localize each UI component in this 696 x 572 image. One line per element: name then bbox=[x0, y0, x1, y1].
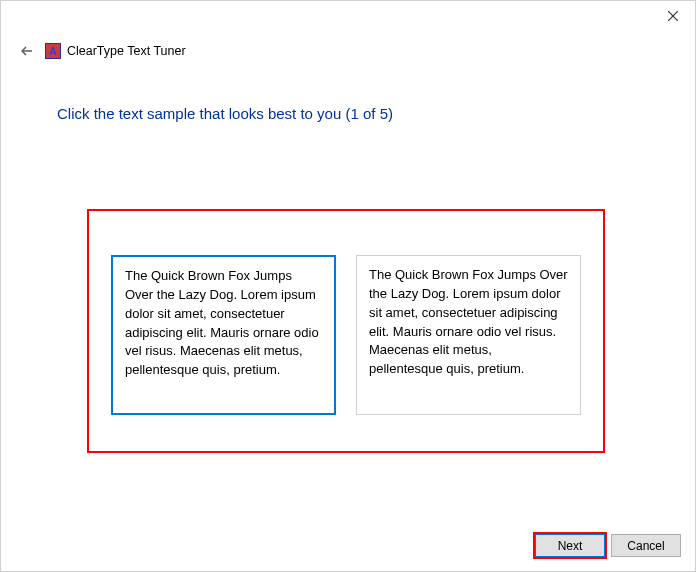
close-icon bbox=[668, 11, 678, 21]
app-icon: A bbox=[45, 43, 61, 59]
back-arrow-icon bbox=[19, 43, 35, 59]
instruction-text: Click the text sample that looks best to… bbox=[1, 63, 695, 122]
header-row: A ClearType Text Tuner bbox=[1, 33, 695, 63]
cleartype-tuner-window: A ClearType Text Tuner Click the text sa… bbox=[0, 0, 696, 572]
text-sample-2[interactable]: The Quick Brown Fox Jumps Over the Lazy … bbox=[356, 255, 581, 415]
text-sample-1[interactable]: The Quick Brown Fox Jumps Over the Lazy … bbox=[111, 255, 336, 415]
next-button[interactable]: Next bbox=[535, 534, 605, 557]
cancel-button[interactable]: Cancel bbox=[611, 534, 681, 557]
button-row: Next Cancel bbox=[535, 534, 681, 557]
titlebar bbox=[1, 1, 695, 33]
samples-highlight-box: The Quick Brown Fox Jumps Over the Lazy … bbox=[87, 209, 605, 453]
close-button[interactable] bbox=[651, 1, 695, 31]
back-button[interactable] bbox=[13, 37, 41, 65]
app-title: ClearType Text Tuner bbox=[67, 44, 186, 58]
